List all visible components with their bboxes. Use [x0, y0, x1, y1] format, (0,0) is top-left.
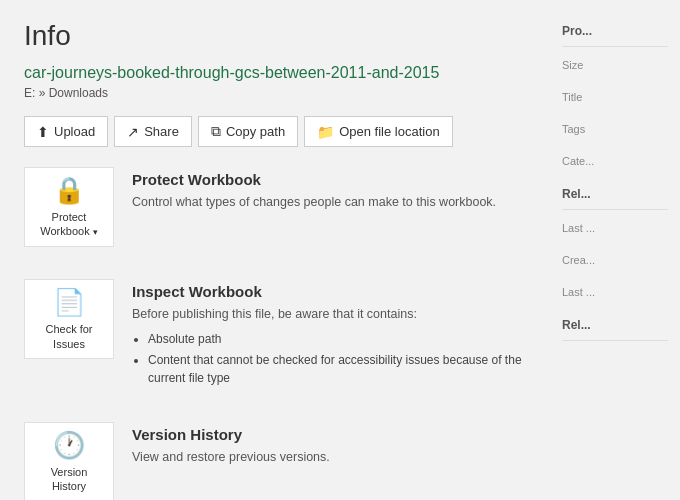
title-section: Title [562, 91, 668, 103]
inspect-icon: 📄 [53, 287, 85, 318]
right-panel: Pro... Size Title Tags Cate... Rel... La… [550, 0, 680, 500]
toolbar: ⬆ Upload ↗ Share ⧉ Copy path 📁 Open file… [24, 116, 526, 147]
upload-icon: ⬆ [37, 124, 49, 140]
inspect-icon-label: Check forIssues [45, 322, 92, 351]
inspect-icon-box[interactable]: 📄Check forIssues [24, 279, 114, 359]
share-button[interactable]: ↗ Share [114, 116, 192, 147]
size-label: Size [562, 59, 668, 71]
size-section: Size [562, 59, 668, 71]
protect-details: Protect WorkbookControl what types of ch… [132, 167, 526, 212]
version-title: Version History [132, 426, 526, 443]
version-details: Version HistoryView and restore previous… [132, 422, 526, 467]
tags-section: Tags [562, 123, 668, 135]
action-section-inspect: 📄Check forIssuesInspect WorkbookBefore p… [24, 279, 526, 406]
related-header: Rel... [562, 187, 668, 201]
copy-path-label: Copy path [226, 124, 285, 139]
version-icon: 🕐 [53, 430, 85, 461]
share-label: Share [144, 124, 179, 139]
inspect-details: Inspect WorkbookBefore publishing this f… [132, 279, 526, 390]
related-docs-header: Rel... [562, 318, 668, 332]
upload-label: Upload [54, 124, 95, 139]
version-icon-box[interactable]: 🕐VersionHistory [24, 422, 114, 500]
created-section: Crea... [562, 254, 668, 266]
open-file-location-button[interactable]: 📁 Open file location [304, 116, 452, 147]
created-label: Crea... [562, 254, 668, 266]
copy-path-button[interactable]: ⧉ Copy path [198, 116, 298, 147]
file-name: car-journeys-booked-through-gcs-between-… [24, 64, 526, 82]
last-modified-label: Last ... [562, 222, 668, 234]
protect-desc: Control what types of changes people can… [132, 193, 526, 212]
action-section-protect: 🔒ProtectWorkbook ▾Protect WorkbookContro… [24, 167, 526, 263]
bullet-item: Absolute path [148, 330, 526, 348]
action-section-version: 🕐VersionHistoryVersion HistoryView and r… [24, 422, 526, 500]
last-printed-label: Last ... [562, 286, 668, 298]
properties-header: Pro... [562, 24, 668, 38]
inspect-desc: Before publishing this file, be aware th… [132, 305, 526, 387]
last-modified-section: Last ... [562, 222, 668, 234]
protect-icon-box[interactable]: 🔒ProtectWorkbook ▾ [24, 167, 114, 247]
protect-icon-label: ProtectWorkbook ▾ [40, 210, 97, 239]
protect-icon: 🔒 [53, 175, 85, 206]
version-desc: View and restore previous versions. [132, 448, 526, 467]
categories-label: Cate... [562, 155, 668, 167]
inspect-title: Inspect Workbook [132, 283, 526, 300]
categories-section: Cate... [562, 155, 668, 167]
dropdown-arrow: ▾ [93, 227, 98, 237]
breadcrumb: E: » Downloads [24, 86, 526, 100]
version-icon-label: VersionHistory [51, 465, 88, 494]
upload-button[interactable]: ⬆ Upload [24, 116, 108, 147]
bullet-item: Content that cannot be checked for acces… [148, 351, 526, 387]
page-title: Info [24, 20, 526, 52]
actions-container: 🔒ProtectWorkbook ▾Protect WorkbookContro… [24, 167, 526, 500]
main-content: Info car-journeys-booked-through-gcs-bet… [0, 0, 550, 500]
open-file-location-label: Open file location [339, 124, 439, 139]
copy-path-icon: ⧉ [211, 123, 221, 140]
open-file-location-icon: 📁 [317, 124, 334, 140]
last-printed-section: Last ... [562, 286, 668, 298]
inspect-bullets: Absolute pathContent that cannot be chec… [132, 330, 526, 387]
protect-title: Protect Workbook [132, 171, 526, 188]
tags-label: Tags [562, 123, 668, 135]
title-label: Title [562, 91, 668, 103]
share-icon: ↗ [127, 124, 139, 140]
